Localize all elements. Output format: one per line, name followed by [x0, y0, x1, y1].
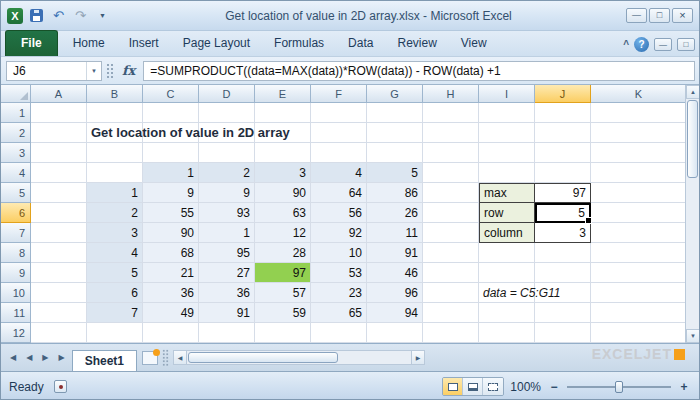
cell-G12[interactable]	[367, 323, 423, 343]
row-header-8[interactable]: 8	[1, 243, 31, 263]
horizontal-scrollbar[interactable]: ◀ ▶	[173, 350, 425, 365]
cell-H12[interactable]	[423, 323, 479, 343]
cell-J4[interactable]	[535, 163, 591, 183]
tab-data[interactable]: Data	[336, 31, 385, 56]
cell-K9[interactable]	[591, 263, 687, 283]
cell-K2[interactable]	[591, 123, 687, 143]
row-header-10[interactable]: 10	[1, 283, 31, 303]
cell-C4[interactable]: 1	[143, 163, 199, 183]
cell-E12[interactable]	[255, 323, 311, 343]
cell-G10[interactable]: 96	[367, 283, 423, 303]
column-header-B[interactable]: B	[87, 85, 143, 103]
scroll-right-icon[interactable]: ▶	[411, 351, 424, 364]
name-box-dropdown-icon[interactable]: ▼	[86, 62, 101, 80]
help-icon[interactable]: ?	[634, 37, 649, 52]
restore-workbook-icon[interactable]: □	[677, 38, 695, 51]
cell-E9[interactable]: 97	[255, 263, 311, 283]
page-break-view-button[interactable]	[483, 378, 503, 395]
tab-formulas[interactable]: Formulas	[262, 31, 336, 56]
cell-E6[interactable]: 63	[255, 203, 311, 223]
cell-C7[interactable]: 90	[143, 223, 199, 243]
column-header-D[interactable]: D	[199, 85, 255, 103]
excel-app-icon[interactable]: X	[7, 8, 23, 24]
save-icon[interactable]	[28, 7, 45, 24]
cell-B6[interactable]: 2	[87, 203, 143, 223]
cell-B10[interactable]: 6	[87, 283, 143, 303]
cell-K7[interactable]	[591, 223, 687, 243]
cell-D4[interactable]: 2	[199, 163, 255, 183]
cell-J6[interactable]: 5	[535, 203, 591, 223]
cell-H8[interactable]	[423, 243, 479, 263]
zoom-in-icon[interactable]: +	[677, 380, 691, 394]
row-header-1[interactable]: 1	[1, 103, 31, 123]
row-header-9[interactable]: 9	[1, 263, 31, 283]
tab-view[interactable]: View	[449, 31, 499, 56]
cell-A11[interactable]	[31, 303, 87, 323]
cell-E3[interactable]	[255, 143, 311, 163]
cell-D11[interactable]: 91	[199, 303, 255, 323]
sheet-tab-sheet1[interactable]: Sheet1	[72, 350, 137, 371]
cell-E11[interactable]: 59	[255, 303, 311, 323]
cell-A3[interactable]	[31, 143, 87, 163]
vertical-scrollbar[interactable]: ▲ ▼	[685, 85, 699, 343]
normal-view-button[interactable]	[443, 378, 463, 395]
first-sheet-icon[interactable]: ◀	[5, 350, 21, 365]
cell-I9[interactable]	[479, 263, 535, 283]
cell-B7[interactable]: 3	[87, 223, 143, 243]
cell-B3[interactable]	[87, 143, 143, 163]
cell-B11[interactable]: 7	[87, 303, 143, 323]
cell-C3[interactable]	[143, 143, 199, 163]
zoom-slider[interactable]	[567, 380, 671, 394]
formula-input[interactable]: =SUMPRODUCT((data=MAX(data))*ROW(data)) …	[143, 61, 695, 81]
cell-I12[interactable]	[479, 323, 535, 343]
cell-A1[interactable]	[31, 103, 87, 123]
tab-insert[interactable]: Insert	[117, 31, 171, 56]
cell-B5[interactable]: 1	[87, 183, 143, 203]
cell-J9[interactable]	[535, 263, 591, 283]
cell-J1[interactable]	[535, 103, 591, 123]
zoom-out-icon[interactable]: −	[547, 380, 561, 394]
cell-K1[interactable]	[591, 103, 687, 123]
scroll-left-icon[interactable]: ◀	[174, 351, 187, 364]
cell-B2[interactable]: Get location of value in 2D array	[87, 123, 143, 143]
row-header-3[interactable]: 3	[1, 143, 31, 163]
column-header-G[interactable]: G	[367, 85, 423, 103]
cell-F6[interactable]: 56	[311, 203, 367, 223]
cell-C10[interactable]: 36	[143, 283, 199, 303]
close-window-icon[interactable]: ×	[672, 8, 693, 23]
vertical-scroll-thumb[interactable]	[687, 100, 698, 178]
cell-B8[interactable]: 4	[87, 243, 143, 263]
cell-B1[interactable]	[87, 103, 143, 123]
record-macro-icon[interactable]	[54, 380, 67, 393]
prev-sheet-icon[interactable]: ◀	[21, 350, 37, 365]
cell-K6[interactable]	[591, 203, 687, 223]
cell-D9[interactable]: 27	[199, 263, 255, 283]
cell-D7[interactable]: 1	[199, 223, 255, 243]
zoom-level[interactable]: 100%	[510, 380, 541, 394]
cell-G9[interactable]: 46	[367, 263, 423, 283]
cell-K3[interactable]	[591, 143, 687, 163]
column-header-E[interactable]: E	[255, 85, 311, 103]
row-header-2[interactable]: 2	[1, 123, 31, 143]
cell-G4[interactable]: 5	[367, 163, 423, 183]
scroll-down-icon[interactable]: ▼	[686, 329, 700, 343]
row-header-5[interactable]: 5	[1, 183, 31, 203]
minimize-ribbon-icon[interactable]: ^	[623, 39, 629, 50]
cell-J5[interactable]: 97	[535, 183, 591, 203]
cell-I3[interactable]	[479, 143, 535, 163]
cell-G11[interactable]: 94	[367, 303, 423, 323]
cell-A10[interactable]	[31, 283, 87, 303]
next-sheet-icon[interactable]: ▶	[37, 350, 53, 365]
cell-I5[interactable]: max	[479, 183, 535, 203]
tab-page-layout[interactable]: Page Layout	[171, 31, 262, 56]
zoom-slider-thumb[interactable]	[615, 381, 623, 393]
cell-F2[interactable]	[311, 123, 367, 143]
cell-I1[interactable]	[479, 103, 535, 123]
cell-I2[interactable]	[479, 123, 535, 143]
insert-worksheet-icon[interactable]	[142, 351, 158, 365]
cell-G6[interactable]: 26	[367, 203, 423, 223]
column-header-I[interactable]: I	[479, 85, 535, 103]
cell-K4[interactable]	[591, 163, 687, 183]
name-box[interactable]: J6 ▼	[6, 61, 102, 81]
cell-A7[interactable]	[31, 223, 87, 243]
